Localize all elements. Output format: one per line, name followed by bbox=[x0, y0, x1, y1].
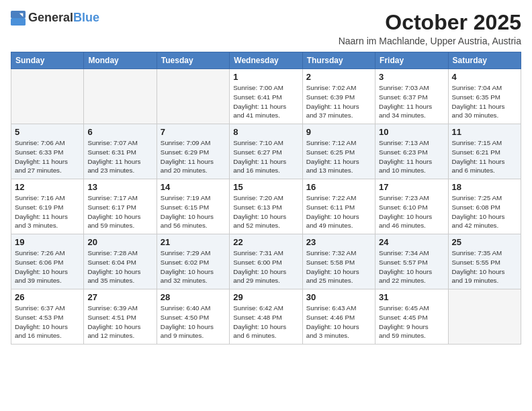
calendar-cell: 28Sunrise: 6:40 AM Sunset: 4:50 PM Dayli… bbox=[157, 289, 229, 345]
day-info: Sunrise: 7:07 AM Sunset: 6:31 PM Dayligh… bbox=[87, 138, 152, 175]
calendar-cell: 7Sunrise: 7:09 AM Sunset: 6:29 PM Daylig… bbox=[157, 124, 229, 179]
calendar-cell: 31Sunrise: 6:45 AM Sunset: 4:45 PM Dayli… bbox=[375, 289, 448, 345]
day-number: 1 bbox=[233, 72, 298, 82]
calendar-cell: 5Sunrise: 7:06 AM Sunset: 6:33 PM Daylig… bbox=[11, 124, 84, 179]
day-info: Sunrise: 7:16 AM Sunset: 6:19 PM Dayligh… bbox=[15, 193, 80, 230]
day-number: 8 bbox=[233, 127, 298, 137]
logo-blue-text: Blue bbox=[73, 11, 99, 25]
calendar-cell: 18Sunrise: 7:25 AM Sunset: 6:08 PM Dayli… bbox=[448, 179, 521, 234]
day-info: Sunrise: 7:03 AM Sunset: 6:37 PM Dayligh… bbox=[379, 83, 444, 120]
calendar-cell: 11Sunrise: 7:15 AM Sunset: 6:21 PM Dayli… bbox=[448, 124, 521, 179]
day-number: 29 bbox=[233, 292, 298, 302]
day-info: Sunrise: 7:04 AM Sunset: 6:35 PM Dayligh… bbox=[452, 83, 517, 120]
calendar-cell: 2Sunrise: 7:02 AM Sunset: 6:39 PM Daylig… bbox=[302, 69, 375, 124]
day-number: 11 bbox=[452, 127, 517, 137]
day-number: 12 bbox=[15, 182, 80, 192]
day-number: 13 bbox=[87, 182, 152, 192]
day-info: Sunrise: 7:32 AM Sunset: 5:58 PM Dayligh… bbox=[306, 248, 371, 285]
day-info: Sunrise: 7:12 AM Sunset: 6:25 PM Dayligh… bbox=[306, 138, 371, 175]
day-info: Sunrise: 6:43 AM Sunset: 4:46 PM Dayligh… bbox=[306, 304, 371, 340]
month-title: October 2025 bbox=[339, 11, 521, 34]
day-number: 5 bbox=[15, 127, 80, 137]
day-info: Sunrise: 7:00 AM Sunset: 6:41 PM Dayligh… bbox=[233, 83, 298, 120]
day-number: 15 bbox=[233, 182, 298, 192]
location-title: Naarn im Machlande, Upper Austria, Austr… bbox=[339, 36, 521, 46]
header: General Blue October 2025 Naarn im Machl… bbox=[11, 11, 521, 46]
day-info: Sunrise: 7:09 AM Sunset: 6:29 PM Dayligh… bbox=[161, 138, 226, 175]
weekday-header-tuesday: Tuesday bbox=[157, 52, 229, 69]
weekday-header-monday: Monday bbox=[84, 52, 157, 69]
day-number: 24 bbox=[379, 237, 444, 247]
calendar-cell: 6Sunrise: 7:07 AM Sunset: 6:31 PM Daylig… bbox=[84, 124, 157, 179]
day-info: Sunrise: 7:19 AM Sunset: 6:15 PM Dayligh… bbox=[161, 193, 226, 230]
day-number: 19 bbox=[15, 237, 80, 247]
title-area: October 2025 Naarn im Machlande, Upper A… bbox=[339, 11, 521, 46]
day-info: Sunrise: 7:25 AM Sunset: 6:08 PM Dayligh… bbox=[452, 193, 517, 230]
calendar-week-row: 1Sunrise: 7:00 AM Sunset: 6:41 PM Daylig… bbox=[11, 69, 521, 124]
calendar-cell: 14Sunrise: 7:19 AM Sunset: 6:15 PM Dayli… bbox=[157, 179, 229, 234]
logo: General Blue bbox=[11, 11, 99, 26]
day-number: 6 bbox=[87, 127, 152, 137]
logo-icon bbox=[11, 11, 26, 26]
calendar-cell bbox=[157, 69, 229, 124]
calendar-cell: 10Sunrise: 7:13 AM Sunset: 6:23 PM Dayli… bbox=[375, 124, 448, 179]
calendar-cell: 1Sunrise: 7:00 AM Sunset: 6:41 PM Daylig… bbox=[230, 69, 302, 124]
calendar-table: SundayMondayTuesdayWednesdayThursdayFrid… bbox=[11, 52, 521, 345]
calendar-cell: 24Sunrise: 7:34 AM Sunset: 5:57 PM Dayli… bbox=[375, 234, 448, 289]
calendar-cell: 17Sunrise: 7:23 AM Sunset: 6:10 PM Dayli… bbox=[375, 179, 448, 234]
day-number: 20 bbox=[87, 237, 152, 247]
calendar-cell bbox=[84, 69, 157, 124]
day-number: 3 bbox=[379, 72, 444, 82]
calendar-cell: 20Sunrise: 7:28 AM Sunset: 6:04 PM Dayli… bbox=[84, 234, 157, 289]
calendar-week-row: 12Sunrise: 7:16 AM Sunset: 6:19 PM Dayli… bbox=[11, 179, 521, 234]
svg-rect-1 bbox=[11, 18, 26, 26]
day-info: Sunrise: 7:06 AM Sunset: 6:33 PM Dayligh… bbox=[15, 138, 80, 175]
day-info: Sunrise: 6:40 AM Sunset: 4:50 PM Dayligh… bbox=[161, 304, 226, 340]
day-info: Sunrise: 7:31 AM Sunset: 6:00 PM Dayligh… bbox=[233, 248, 298, 285]
day-number: 17 bbox=[379, 182, 444, 192]
calendar-cell: 26Sunrise: 6:37 AM Sunset: 4:53 PM Dayli… bbox=[11, 289, 84, 345]
day-number: 10 bbox=[379, 127, 444, 137]
day-info: Sunrise: 7:02 AM Sunset: 6:39 PM Dayligh… bbox=[306, 83, 371, 120]
day-info: Sunrise: 7:17 AM Sunset: 6:17 PM Dayligh… bbox=[87, 193, 152, 230]
day-info: Sunrise: 7:20 AM Sunset: 6:13 PM Dayligh… bbox=[233, 193, 298, 230]
calendar-week-row: 26Sunrise: 6:37 AM Sunset: 4:53 PM Dayli… bbox=[11, 289, 521, 345]
day-info: Sunrise: 7:15 AM Sunset: 6:21 PM Dayligh… bbox=[452, 138, 517, 175]
day-info: Sunrise: 6:45 AM Sunset: 4:45 PM Dayligh… bbox=[379, 304, 444, 340]
day-number: 18 bbox=[452, 182, 517, 192]
day-number: 22 bbox=[233, 237, 298, 247]
calendar-cell: 15Sunrise: 7:20 AM Sunset: 6:13 PM Dayli… bbox=[230, 179, 302, 234]
calendar-cell: 23Sunrise: 7:32 AM Sunset: 5:58 PM Dayli… bbox=[302, 234, 375, 289]
calendar-cell: 19Sunrise: 7:26 AM Sunset: 6:06 PM Dayli… bbox=[11, 234, 84, 289]
weekday-header-friday: Friday bbox=[375, 52, 448, 69]
day-number: 7 bbox=[161, 127, 226, 137]
day-number: 14 bbox=[161, 182, 226, 192]
calendar-cell: 13Sunrise: 7:17 AM Sunset: 6:17 PM Dayli… bbox=[84, 179, 157, 234]
day-number: 27 bbox=[87, 292, 152, 302]
day-info: Sunrise: 7:26 AM Sunset: 6:06 PM Dayligh… bbox=[15, 248, 80, 285]
calendar-cell: 9Sunrise: 7:12 AM Sunset: 6:25 PM Daylig… bbox=[302, 124, 375, 179]
day-number: 26 bbox=[15, 292, 80, 302]
calendar-cell: 22Sunrise: 7:31 AM Sunset: 6:00 PM Dayli… bbox=[230, 234, 302, 289]
calendar-cell bbox=[448, 289, 521, 345]
day-info: Sunrise: 7:34 AM Sunset: 5:57 PM Dayligh… bbox=[379, 248, 444, 285]
calendar-cell: 21Sunrise: 7:29 AM Sunset: 6:02 PM Dayli… bbox=[157, 234, 229, 289]
day-number: 28 bbox=[161, 292, 226, 302]
logo-general-text: General bbox=[28, 11, 73, 25]
calendar-cell: 16Sunrise: 7:22 AM Sunset: 6:11 PM Dayli… bbox=[302, 179, 375, 234]
weekday-header-thursday: Thursday bbox=[302, 52, 375, 69]
day-number: 4 bbox=[452, 72, 517, 82]
day-info: Sunrise: 6:42 AM Sunset: 4:48 PM Dayligh… bbox=[233, 304, 298, 340]
day-number: 31 bbox=[379, 292, 444, 302]
day-info: Sunrise: 6:39 AM Sunset: 4:51 PM Dayligh… bbox=[87, 304, 152, 340]
day-number: 23 bbox=[306, 237, 371, 247]
day-info: Sunrise: 7:23 AM Sunset: 6:10 PM Dayligh… bbox=[379, 193, 444, 230]
calendar-cell: 30Sunrise: 6:43 AM Sunset: 4:46 PM Dayli… bbox=[302, 289, 375, 345]
calendar-cell: 4Sunrise: 7:04 AM Sunset: 6:35 PM Daylig… bbox=[448, 69, 521, 124]
calendar-cell: 8Sunrise: 7:10 AM Sunset: 6:27 PM Daylig… bbox=[230, 124, 302, 179]
svg-rect-0 bbox=[11, 11, 26, 18]
calendar-week-row: 5Sunrise: 7:06 AM Sunset: 6:33 PM Daylig… bbox=[11, 124, 521, 179]
weekday-header-saturday: Saturday bbox=[448, 52, 521, 69]
day-info: Sunrise: 6:37 AM Sunset: 4:53 PM Dayligh… bbox=[15, 304, 80, 340]
day-info: Sunrise: 7:35 AM Sunset: 5:55 PM Dayligh… bbox=[452, 248, 517, 285]
